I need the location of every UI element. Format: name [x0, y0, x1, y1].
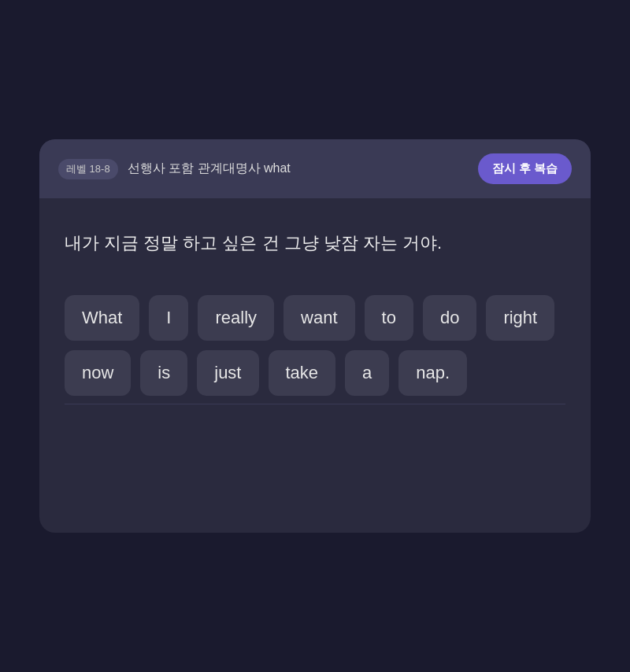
card-header: 레벨 18-8 선행사 포함 관계대명사 what 잠시 후 복습: [39, 139, 591, 198]
level-badge: 레벨 18-8: [58, 159, 118, 179]
word-chip[interactable]: now: [65, 350, 131, 396]
main-card: 레벨 18-8 선행사 포함 관계대명사 what 잠시 후 복습 내가 지금 …: [39, 139, 591, 533]
word-chip[interactable]: nap.: [398, 350, 467, 396]
divider: [65, 404, 565, 404]
word-chip[interactable]: is: [140, 350, 187, 396]
word-chip[interactable]: to: [365, 295, 413, 341]
word-chip[interactable]: do: [423, 295, 476, 341]
card-body: 내가 지금 정말 하고 싶은 건 그냥 낮잠 자는 거야. WhatIreall…: [39, 198, 591, 444]
header-title: 선행사 포함 관계대명사 what: [128, 161, 291, 177]
header-left: 레벨 18-8 선행사 포함 관계대명사 what: [58, 159, 291, 179]
word-chip[interactable]: just: [197, 350, 258, 396]
word-chip[interactable]: really: [198, 295, 274, 341]
word-chip[interactable]: What: [65, 295, 139, 341]
word-chip[interactable]: I: [149, 295, 188, 341]
word-chip[interactable]: right: [486, 295, 554, 341]
word-chip[interactable]: a: [345, 350, 389, 396]
review-button[interactable]: 잠시 후 복습: [478, 153, 572, 184]
korean-sentence: 내가 지금 정말 하고 싶은 건 그냥 낮잠 자는 거야.: [65, 230, 565, 256]
word-chip[interactable]: want: [284, 295, 354, 341]
word-chip[interactable]: take: [269, 350, 336, 396]
word-grid: WhatIreallywanttodorightnowisjusttakeana…: [65, 295, 565, 396]
